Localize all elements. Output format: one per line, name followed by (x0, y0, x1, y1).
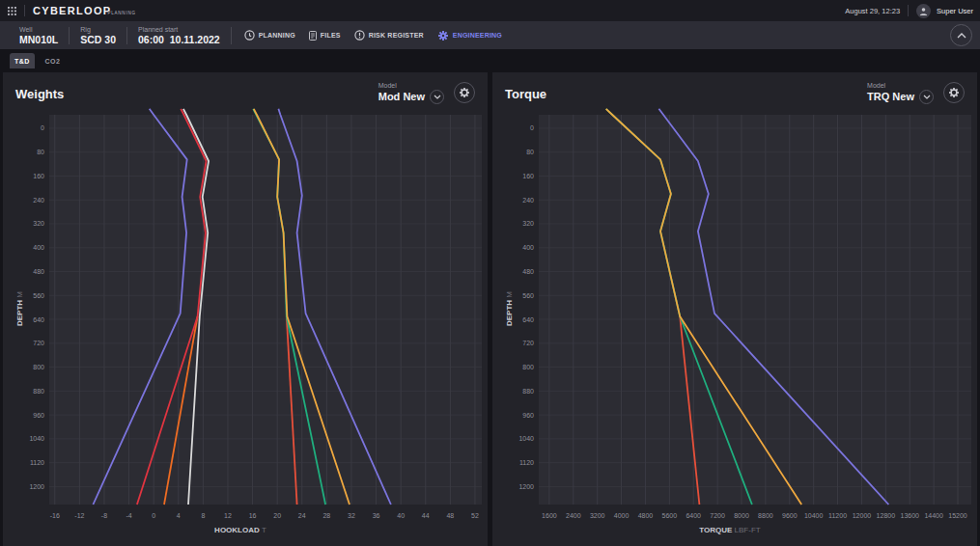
username-text[interactable]: Super User (937, 7, 973, 15)
app-root: CYBERLOOP PLANNING August 29, 12:23 Supe… (0, 0, 980, 546)
planned-start-field: Planned start 06:00 10.11.2022 (138, 25, 220, 45)
rig-value: SCD 30 (80, 34, 116, 45)
svg-text:7200: 7200 (710, 512, 725, 519)
svg-text:5600: 5600 (662, 512, 678, 519)
svg-text:36: 36 (373, 512, 380, 519)
model-value[interactable]: TRQ New (867, 90, 914, 104)
svg-text:960: 960 (522, 412, 534, 419)
torque-chart: 0801602403204004805606407208008809601040… (492, 111, 977, 546)
weights-title: Weights (15, 87, 64, 101)
weights-chart: 0801602403204004805606407208008809601040… (3, 111, 488, 546)
svg-text:15200: 15200 (948, 512, 967, 519)
model-value[interactable]: Mod New (378, 90, 425, 104)
svg-text:8: 8 (201, 512, 205, 519)
weights-panel: Weights Model Mod New (3, 72, 488, 546)
nav-planning[interactable]: PLANNING (244, 30, 295, 41)
svg-text:2400: 2400 (566, 512, 581, 519)
svg-text:14400: 14400 (924, 512, 943, 519)
svg-text:-4: -4 (126, 512, 131, 519)
svg-text:240: 240 (522, 197, 534, 204)
svg-text:12800: 12800 (877, 512, 896, 519)
svg-text:48: 48 (446, 512, 454, 519)
svg-text:40: 40 (397, 512, 405, 519)
nav-engineering-label: ENGINEERING (453, 32, 502, 39)
svg-text:4000: 4000 (614, 512, 630, 519)
torque-settings-gear-button[interactable] (943, 82, 965, 103)
svg-text:720: 720 (33, 340, 44, 346)
user-avatar-icon[interactable] (916, 4, 931, 18)
engineering-gear-icon (437, 30, 449, 41)
app-logo: CYBERLOOP PLANNING (33, 5, 136, 16)
context-divider (126, 27, 127, 44)
svg-text:1200: 1200 (29, 483, 44, 490)
files-icon (309, 31, 317, 41)
nav-risk-register[interactable]: RISK REGISTER (354, 30, 424, 41)
svg-text:28: 28 (322, 512, 330, 519)
tab-bar: T&D CO2 (10, 53, 65, 68)
svg-text:80: 80 (526, 149, 534, 155)
top-bar: CYBERLOOP PLANNING August 29, 12:23 Supe… (0, 0, 980, 21)
svg-text:160: 160 (33, 173, 44, 179)
svg-text:800: 800 (33, 364, 44, 370)
svg-text:880: 880 (33, 388, 44, 395)
context-bar: Well MN010L Rig SCD 30 Planned start 06:… (0, 21, 980, 49)
svg-text:16: 16 (249, 512, 257, 519)
model-chevron-down-button[interactable] (430, 90, 444, 104)
svg-text:1120: 1120 (30, 459, 44, 466)
nav-files[interactable]: FILES (309, 31, 341, 41)
svg-text:400: 400 (33, 244, 44, 251)
datetime-text: August 29, 12:23 (845, 7, 900, 15)
logo-text: CYBERLOOP (33, 5, 111, 16)
svg-text:6400: 6400 (686, 512, 701, 519)
svg-text:1120: 1120 (519, 459, 534, 466)
svg-text:24: 24 (298, 512, 306, 519)
svg-text:1040: 1040 (518, 435, 534, 442)
svg-text:480: 480 (33, 268, 44, 275)
svg-text:4: 4 (177, 512, 181, 519)
well-value: MN010L (19, 34, 58, 45)
svg-text:3200: 3200 (590, 512, 605, 519)
svg-text:0: 0 (530, 124, 534, 131)
apps-grid-icon[interactable] (8, 7, 16, 15)
topbar-divider (24, 5, 25, 16)
svg-text:0: 0 (41, 124, 44, 131)
svg-text:560: 560 (522, 292, 534, 299)
svg-text:160: 160 (522, 173, 534, 179)
nav-risk-register-label: RISK REGISTER (369, 32, 424, 39)
planned-start-value: 06:00 10.11.2022 (138, 34, 220, 45)
nav-files-label: FILES (321, 32, 341, 39)
svg-text:DEPTH M: DEPTH M (15, 291, 24, 326)
tab-co2[interactable]: CO2 (41, 53, 66, 68)
svg-text:640: 640 (33, 316, 44, 323)
svg-text:HOOKLOAD T: HOOKLOAD T (214, 526, 266, 534)
model-label: Model (867, 81, 885, 90)
svg-text:880: 880 (522, 388, 534, 395)
svg-text:800: 800 (522, 364, 534, 370)
svg-text:1040: 1040 (29, 435, 44, 442)
clock-icon (244, 30, 255, 41)
svg-text:8800: 8800 (758, 512, 773, 519)
svg-text:-12: -12 (74, 512, 84, 519)
main-nav: PLANNING FILES (244, 30, 516, 41)
svg-text:9600: 9600 (782, 512, 798, 519)
nav-engineering[interactable]: ENGINEERING (437, 30, 502, 41)
svg-text:12000: 12000 (853, 512, 872, 519)
model-chevron-down-button[interactable] (919, 90, 934, 104)
topbar-divider-right (908, 5, 909, 16)
collapse-chevron-up-button[interactable] (950, 24, 972, 46)
svg-text:720: 720 (522, 340, 534, 346)
alert-circle-icon (354, 30, 365, 41)
rig-label: Rig (80, 25, 116, 34)
svg-text:0: 0 (152, 512, 155, 519)
rig-field: Rig SCD 30 (80, 25, 116, 45)
svg-text:12: 12 (224, 512, 232, 519)
svg-text:TORQUE LBF-FT: TORQUE LBF-FT (699, 526, 761, 534)
svg-text:20: 20 (273, 512, 281, 519)
torque-title: Torque (505, 87, 546, 101)
weights-settings-gear-button[interactable] (454, 82, 475, 103)
model-label: Model (378, 81, 397, 90)
torque-panel: Torque Model TRQ New (492, 72, 977, 546)
context-divider (69, 27, 70, 44)
tab-td[interactable]: T&D (10, 53, 35, 68)
svg-text:13600: 13600 (900, 512, 919, 519)
